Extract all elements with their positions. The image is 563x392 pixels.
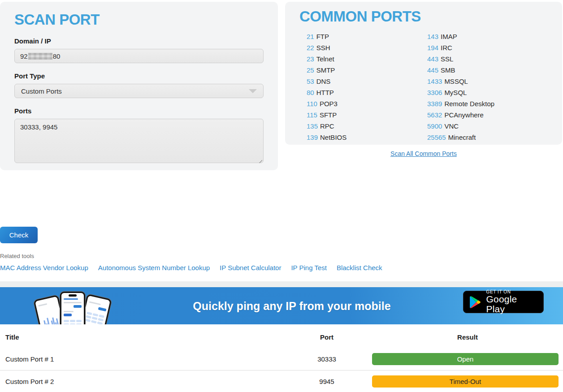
link-ip-subnet-calculator[interactable]: IP Subnet Calculator xyxy=(220,264,281,271)
header-title: Title xyxy=(0,333,282,341)
common-ports-list: 21FTP 22SSH 23Telnet 25SMTP 53DNS 80HTTP… xyxy=(299,31,548,143)
link-mac-address-vendor-lookup[interactable]: MAC Address Vendor Lookup xyxy=(0,264,88,271)
phone-center-icon xyxy=(60,292,85,324)
port-link-remote-desktop[interactable]: 3389Remote Desktop xyxy=(427,98,548,109)
header-port: Port xyxy=(282,333,372,341)
port-type-label: Port Type xyxy=(14,72,264,80)
port-link-ssh[interactable]: 22SSH xyxy=(307,42,427,53)
phone-mockups-image xyxy=(38,290,109,324)
chevron-down-icon xyxy=(249,89,257,93)
domain-ip-redacted-blur xyxy=(28,53,52,60)
port-link-mssql[interactable]: 1433MSSQL xyxy=(427,76,548,87)
table-row: Custom Port # 1 30333 Open xyxy=(0,348,563,370)
port-link-smtp[interactable]: 25SMTP xyxy=(307,65,427,76)
port-link-smb[interactable]: 445SMB xyxy=(427,65,548,76)
port-link-vnc[interactable]: 5900VNC xyxy=(427,121,548,132)
port-link-pcanywhere[interactable]: 5632PCAnywhere xyxy=(427,109,548,121)
scan-port-panel: SCAN PORT Domain / IP 9280 Port Type Cus… xyxy=(0,2,278,170)
scan-port-title: SCAN PORT xyxy=(14,2,264,28)
common-ports-panel: COMMON PORTS 21FTP 22SSH 23Telnet 25SMTP… xyxy=(285,2,562,145)
mobile-app-banner: Quickly ping any IP from your mobile GET… xyxy=(0,287,563,324)
google-play-store-name: Google Play xyxy=(486,294,537,314)
domain-ip-value-end: 80 xyxy=(53,52,61,60)
port-type-select[interactable]: Custom Ports xyxy=(14,84,264,98)
port-link-pop3[interactable]: 110POP3 xyxy=(307,98,427,109)
port-link-minecraft[interactable]: 25565Minecraft xyxy=(427,132,548,143)
port-link-netbios[interactable]: 139NetBIOS xyxy=(307,132,427,143)
port-link-ssl[interactable]: 443SSL xyxy=(427,53,548,65)
common-ports-title: COMMON PORTS xyxy=(299,2,548,25)
google-play-badge[interactable]: GET IT ON Google Play xyxy=(463,291,544,313)
port-link-ftp[interactable]: 21FTP xyxy=(307,31,427,42)
google-play-triangle-icon xyxy=(469,296,481,309)
status-badge: Open xyxy=(372,353,559,365)
related-tools-links: MAC Address Vendor Lookup Autonomous Sys… xyxy=(0,264,563,271)
check-button[interactable]: Check xyxy=(0,227,38,243)
header-result: Result xyxy=(372,333,563,341)
related-tools-heading: Related tools xyxy=(0,253,563,259)
port-type-selected-value: Custom Ports xyxy=(21,87,62,95)
row-port: 9945 xyxy=(282,378,372,385)
banner-headline: Quickly ping any IP from your mobile xyxy=(193,299,390,312)
row-title: Custom Port # 2 xyxy=(0,378,282,385)
port-link-rpc[interactable]: 135RPC xyxy=(307,121,427,132)
port-link-telnet[interactable]: 23Telnet xyxy=(307,53,427,65)
link-blacklist-check[interactable]: Blacklist Check xyxy=(337,264,382,271)
port-link-sftp[interactable]: 115SFTP xyxy=(307,109,427,121)
port-link-imap[interactable]: 143IMAP xyxy=(427,31,548,42)
link-autonomous-system-number-lookup[interactable]: Autonomous System Number Lookup xyxy=(98,264,210,271)
row-title: Custom Port # 1 xyxy=(0,355,282,363)
domain-ip-value-start: 92 xyxy=(20,52,28,60)
port-link-http[interactable]: 80HTTP xyxy=(307,87,427,98)
ports-textarea[interactable]: 30333, 9945 xyxy=(14,119,264,163)
link-ip-ping-test[interactable]: IP Ping Test xyxy=(291,264,327,271)
port-link-dns[interactable]: 53DNS xyxy=(307,76,427,87)
status-badge: Timed-Out xyxy=(372,375,559,388)
scan-results-table: Title Port Result Custom Port # 1 30333 … xyxy=(0,324,563,392)
ports-label: Ports xyxy=(14,107,264,115)
section-divider xyxy=(0,281,563,287)
port-link-mysql[interactable]: 3306MySQL xyxy=(427,87,548,98)
top-panels: SCAN PORT Domain / IP 9280 Port Type Cus… xyxy=(0,0,563,170)
port-link-irc[interactable]: 194IRC xyxy=(427,42,548,53)
table-row: Custom Port # 2 9945 Timed-Out xyxy=(0,370,563,392)
scan-all-common-ports-link[interactable]: Scan All Common Ports xyxy=(390,150,457,157)
row-port: 30333 xyxy=(282,355,372,363)
results-header-row: Title Port Result xyxy=(0,324,563,348)
domain-ip-label: Domain / IP xyxy=(14,37,264,45)
domain-ip-input[interactable]: 9280 xyxy=(14,49,264,63)
